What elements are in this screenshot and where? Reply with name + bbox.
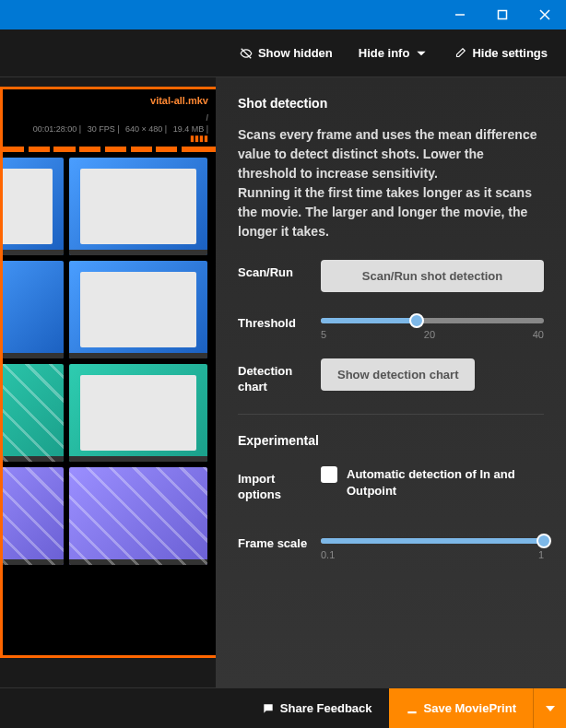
import-options-label: Import options xyxy=(238,466,310,503)
auto-detect-checkbox[interactable] xyxy=(321,466,337,483)
scan-run-label: Scan/Run xyxy=(238,260,310,281)
auto-detect-checkbox-label: Automatic detection of In and Outpoint xyxy=(347,466,544,499)
show-hidden-button[interactable]: Show hidden xyxy=(229,39,344,67)
chat-icon xyxy=(262,702,275,715)
hide-info-button[interactable]: Hide info xyxy=(348,39,440,67)
media-filename: vital-all.mkv xyxy=(3,89,216,108)
close-button[interactable] xyxy=(524,0,566,29)
thumbnail[interactable] xyxy=(69,261,207,358)
frame-scale-slider-handle[interactable] xyxy=(537,534,551,548)
eye-off-icon xyxy=(240,47,253,60)
window-titlebar xyxy=(0,0,566,29)
settings-panel: Shot detection Scans every frame and use… xyxy=(216,77,566,687)
caret-down-icon xyxy=(546,706,555,711)
thumbnail[interactable] xyxy=(0,467,64,565)
thumbnail[interactable] xyxy=(0,364,64,462)
save-movieprint-button[interactable]: Save MoviePrint xyxy=(389,688,533,728)
threshold-label: Threshold xyxy=(238,311,310,332)
download-icon xyxy=(406,702,419,715)
hide-settings-label: Hide settings xyxy=(472,46,548,60)
threshold-slider[interactable] xyxy=(321,318,544,323)
threshold-ticks: 5 20 40 xyxy=(321,329,544,340)
edit-icon xyxy=(454,47,466,60)
thumbnail[interactable] xyxy=(69,467,207,565)
experimental-title: Experimental xyxy=(238,433,544,448)
thumbnail-panel: vital-all.mkv / 00:01:28:00 | 30 FPS | 6… xyxy=(0,77,216,687)
frame-scale-ticks: 0.1 1 xyxy=(321,549,544,560)
scan-run-button[interactable]: Scan/Run shot detection xyxy=(321,260,544,292)
shot-detection-title: Shot detection xyxy=(238,96,544,111)
hide-info-label: Hide info xyxy=(359,46,410,60)
show-hidden-label: Show hidden xyxy=(258,46,333,60)
hide-settings-button[interactable]: Hide settings xyxy=(442,39,559,67)
thumbnail[interactable] xyxy=(69,158,207,255)
frame-scale-slider[interactable] xyxy=(321,538,544,544)
share-feedback-label: Share Feedback xyxy=(280,701,372,715)
shot-detection-description: Scans every frame and uses the mean diff… xyxy=(238,125,544,241)
minimize-button[interactable] xyxy=(439,0,481,29)
thumbnail-grid-frame: vital-all.mkv / 00:01:28:00 | 30 FPS | 6… xyxy=(0,87,216,658)
divider xyxy=(238,414,544,415)
threshold-slider-handle[interactable] xyxy=(409,313,424,328)
media-path: / xyxy=(3,108,216,124)
svg-rect-1 xyxy=(499,11,507,19)
top-toolbar: Show hidden Hide info Hide settings xyxy=(0,29,566,77)
thumbnail[interactable] xyxy=(69,364,207,462)
detection-chart-label: Detection chart xyxy=(238,358,310,395)
caret-down-icon xyxy=(415,47,428,60)
save-dropdown-button[interactable] xyxy=(533,688,566,728)
footer-bar: Share Feedback Save MoviePrint xyxy=(0,687,566,728)
frame-scale-label: Frame scale xyxy=(238,531,310,552)
maximize-button[interactable] xyxy=(481,0,524,29)
thumbnail[interactable] xyxy=(0,261,64,358)
save-movieprint-label: Save MoviePrint xyxy=(424,701,516,715)
show-detection-chart-button[interactable]: Show detection chart xyxy=(321,358,475,391)
thumbnail[interactable] xyxy=(0,158,64,255)
thumbnail-grid xyxy=(3,152,216,570)
share-feedback-button[interactable]: Share Feedback xyxy=(245,688,389,728)
media-stats: 00:01:28:00 | 30 FPS | 640 × 480 | 19.4 … xyxy=(3,124,216,147)
